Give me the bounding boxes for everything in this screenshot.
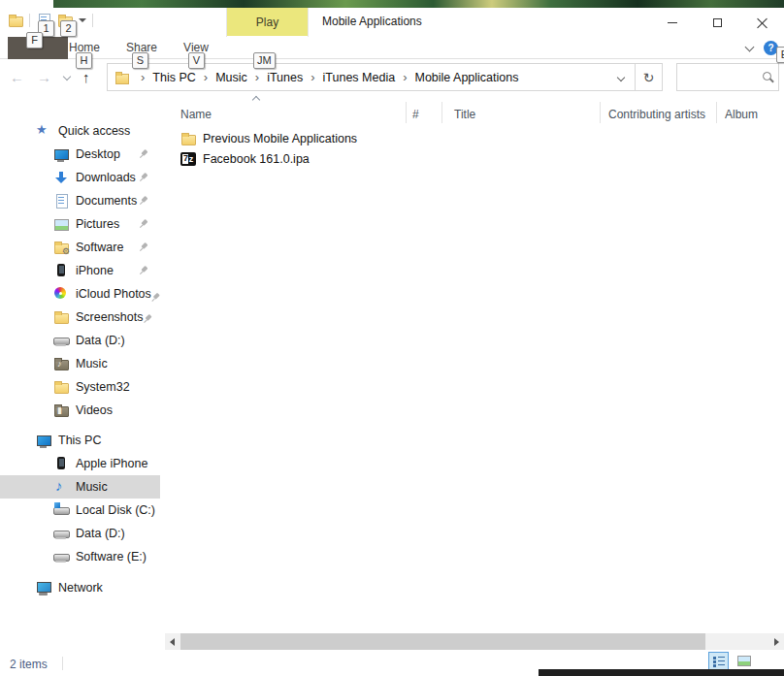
qat-customize-chevron-icon[interactable] (79, 18, 86, 22)
refresh-icon[interactable]: ↻ (636, 70, 662, 85)
minimize-ribbon-chevron-icon[interactable] (745, 42, 755, 51)
details-view-button[interactable] (708, 652, 729, 670)
icloud-photos-icon (53, 286, 69, 302)
maximize-button[interactable] (695, 8, 739, 37)
items-count: 2 items (10, 658, 48, 671)
background-window-strip (539, 669, 784, 676)
folder-icon (53, 379, 69, 395)
sidebar-item-music-selected[interactable]: Music (0, 475, 160, 499)
minimize-button[interactable] (650, 8, 695, 37)
sidebar-item-label: Data (D:) (76, 334, 125, 347)
breadcrumb-music[interactable]: Music (215, 71, 247, 84)
drive-icon (53, 549, 69, 564)
window-controls (650, 8, 784, 37)
document-icon (53, 193, 69, 209)
up-button[interactable]: ↑ (82, 69, 90, 85)
scroll-left-arrow-icon[interactable] (165, 633, 180, 650)
keytip-share: S (132, 52, 148, 69)
sidebar-item-label: Data (D:) (76, 527, 125, 540)
sidebar-item-system32[interactable]: System32 (0, 375, 160, 399)
7z-archive-icon (180, 152, 196, 166)
thumbnails-view-button[interactable] (734, 652, 754, 670)
file-row-previous-mobile-applications[interactable]: Previous Mobile Applications (160, 128, 784, 148)
sidebar-item-label: Videos (76, 403, 113, 417)
sidebar-item-icloud-photos[interactable]: iCloud Photos (0, 282, 160, 306)
column-header-contributing-artists[interactable]: Contributing artists (608, 105, 713, 124)
column-divider[interactable] (716, 102, 717, 123)
column-divider[interactable] (441, 102, 442, 123)
column-header-album[interactable]: Album (725, 105, 783, 124)
window-body: Quick access Desktop Downloads Documents (0, 95, 784, 650)
column-divider[interactable] (406, 102, 407, 123)
file-row-facebook-ipa[interactable]: Facebook 161.0.ipa (160, 148, 784, 169)
drive-icon (53, 333, 69, 348)
back-button[interactable]: ← (10, 69, 24, 85)
sidebar-item-software-e[interactable]: Software (E:) (0, 545, 160, 568)
system-drive-icon (53, 502, 69, 518)
search-icon[interactable] (761, 70, 778, 85)
search-box (676, 63, 779, 91)
download-arrow-icon (53, 170, 69, 185)
contextual-group-play[interactable]: Play (227, 8, 308, 36)
details-view-icon (713, 656, 725, 667)
sidebar-item-label: Network (58, 581, 103, 595)
keytip-music-tools: JM (253, 52, 276, 69)
folder-music-icon: ♪ (53, 356, 69, 371)
close-button[interactable] (739, 8, 784, 37)
sidebar-item-music-folder[interactable]: ♪ Music (0, 352, 160, 375)
window-folder-icon (8, 13, 23, 28)
sidebar-item-downloads[interactable]: Downloads (0, 166, 160, 189)
ribbon-tab-row: Home Share View ? (0, 37, 784, 59)
pin-icon (136, 240, 151, 255)
navigation-pane: Quick access Desktop Downloads Documents (0, 95, 160, 650)
scrollbar-thumb[interactable] (180, 633, 705, 650)
address-folder-icon (114, 71, 129, 84)
sidebar-item-screenshots[interactable]: Screenshots (0, 306, 160, 329)
breadcrumb-this-pc[interactable]: This PC (152, 71, 195, 84)
address-dropdown-chevron-icon[interactable] (617, 73, 625, 80)
keytip-help: E (776, 47, 784, 63)
sidebar-item-label: Desktop (76, 147, 120, 161)
search-input[interactable] (677, 71, 761, 84)
status-bar: 2 items (0, 650, 784, 676)
sidebar-item-local-disk-c[interactable]: Local Disk (C:) (0, 499, 160, 522)
column-header-number[interactable]: # (412, 105, 437, 124)
horizontal-scrollbar[interactable] (165, 633, 784, 650)
file-list-pane: Name # Title Contributing artists Album … (160, 95, 784, 650)
sidebar-item-documents[interactable]: Documents (0, 189, 160, 212)
address-row: ← → ↑ › This PC › Music › iTunes › iTune… (0, 59, 784, 95)
scroll-right-arrow-icon[interactable] (769, 633, 784, 650)
sidebar-item-apple-iphone[interactable]: Apple iPhone (0, 452, 160, 475)
sidebar-item-network[interactable]: Network (0, 576, 160, 599)
sidebar-item-quick-access[interactable]: Quick access (0, 119, 160, 143)
sidebar-item-label: Local Disk (C:) (76, 503, 155, 517)
sidebar-item-desktop[interactable]: Desktop (0, 143, 160, 166)
phone-icon (53, 456, 69, 471)
folder-video-icon: ▮ (53, 402, 69, 418)
music-note-icon (53, 479, 69, 495)
sidebar-item-label: Documents (76, 194, 137, 208)
sidebar-item-this-pc[interactable]: This PC (0, 429, 160, 452)
pin-icon (136, 193, 151, 209)
sidebar-item-iphone[interactable]: iPhone (0, 259, 160, 282)
recent-locations-chevron-icon[interactable] (63, 72, 71, 80)
breadcrumb-mobile-applications[interactable]: Mobile Applications (414, 71, 518, 84)
breadcrumb-itunes[interactable]: iTunes (267, 71, 303, 84)
sidebar-item-data-d-2[interactable]: Data (D:) (0, 522, 160, 545)
column-header-title[interactable]: Title (454, 105, 571, 124)
breadcrumb-chevron-icon: › (403, 70, 407, 84)
sidebar-item-pictures[interactable]: Pictures (0, 212, 160, 236)
breadcrumb-chevron-icon: › (141, 70, 145, 84)
breadcrumb-itunes-media[interactable]: iTunes Media (323, 71, 396, 84)
column-header-name[interactable]: Name (180, 105, 375, 124)
quick-access-star-icon (36, 123, 51, 139)
column-divider[interactable] (600, 102, 601, 123)
close-icon (757, 17, 768, 28)
forward-button[interactable]: → (37, 69, 51, 85)
sidebar-item-videos[interactable]: ▮ Videos (0, 399, 160, 422)
keytip-home: H (76, 52, 92, 69)
sidebar-item-data-d[interactable]: Data (D:) (0, 329, 160, 352)
sidebar-item-software[interactable]: ⚙ Software (0, 236, 160, 259)
file-rows: Previous Mobile Applications Facebook 16… (160, 128, 784, 169)
titlebar: Mobile Applications (0, 8, 784, 37)
